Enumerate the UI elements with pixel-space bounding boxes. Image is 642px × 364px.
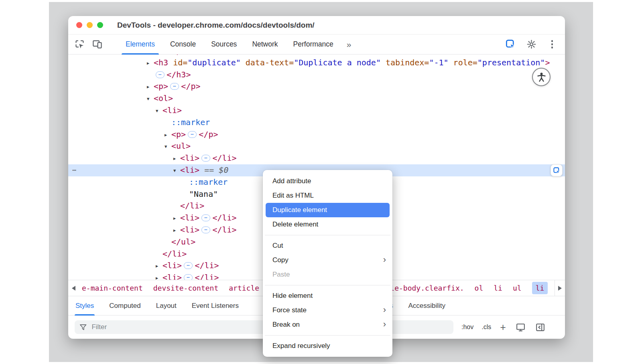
bottom-tab-computed[interactable]: Computed [109, 296, 140, 315]
code-token-tag: <li> [163, 105, 182, 115]
code-token-val: "presentation" [477, 58, 545, 67]
inline-expand-button[interactable]: ⋯ [184, 262, 193, 269]
breadcrumb-item-article[interactable]: article [229, 284, 259, 292]
tab-sources[interactable]: Sources [203, 34, 244, 55]
settings-button[interactable] [525, 38, 538, 51]
dom-row[interactable]: ⋯</h3> [68, 69, 565, 81]
breadcrumb-item-li[interactable]: li [494, 284, 502, 292]
code-token-eq: == [199, 165, 219, 175]
dom-row[interactable]: ▶<li>⋯</li> [68, 152, 565, 164]
expand-arrow-icon[interactable]: ▶ [147, 57, 154, 69]
new-style-rule-button[interactable]: + [500, 322, 506, 332]
bottom-tab-event-listeners[interactable]: Event Listeners [192, 296, 239, 315]
expand-arrow-icon[interactable]: ▶ [173, 212, 180, 224]
code-token-tag: <li> [163, 261, 182, 270]
menu-item-duplicate-element[interactable]: Duplicate element [266, 203, 390, 217]
breadcrumb-next-button[interactable] [555, 280, 565, 296]
context-menu: Add attributeEdit as HTMLDuplicate eleme… [263, 170, 392, 357]
scroll-into-view-button[interactable] [551, 164, 563, 176]
menu-item-break-on[interactable]: Break on› [263, 317, 392, 332]
chevron-right-icon [558, 286, 562, 291]
breadcrumb-item-devsite-content[interactable]: devsite-content [153, 284, 219, 292]
menu-item-label: Cut [272, 242, 283, 250]
menu-item-add-attribute[interactable]: Add attribute [263, 174, 392, 188]
zoom-window-button[interactable] [97, 22, 103, 28]
collapse-arrow-icon[interactable]: ▼ [156, 105, 163, 117]
menu-item-force-state[interactable]: Force state› [263, 303, 392, 317]
menu-item-copy[interactable]: Copy› [263, 253, 392, 267]
expand-arrow-icon[interactable]: ▶ [147, 81, 154, 93]
code-token-tag: </p> [181, 81, 200, 91]
titlebar: DevTools - developer.chrome.com/docs/dev… [68, 16, 565, 34]
dom-row[interactable]: ::marker [68, 117, 565, 129]
inline-expand-button[interactable]: ⋯ [201, 214, 210, 221]
collapse-arrow-icon[interactable]: ▼ [165, 141, 171, 153]
inline-expand-button[interactable]: ⋯ [156, 71, 165, 78]
minimize-window-button[interactable] [87, 22, 93, 28]
toggle-class-button[interactable]: .cls [482, 324, 491, 331]
breadcrumb-item-ol[interactable]: ol [475, 284, 484, 292]
dom-row[interactable]: ▼<ul> [68, 140, 565, 152]
menu-item-hide-element[interactable]: Hide element [263, 289, 392, 303]
code-token-tag: <li> [163, 273, 182, 280]
breadcrumb-prev-button[interactable] [68, 280, 79, 296]
submenu-chevron-icon: › [383, 255, 386, 264]
close-window-button[interactable] [76, 22, 82, 28]
expand-arrow-icon[interactable]: ▶ [156, 260, 163, 272]
expand-arrow-icon[interactable]: ▶ [156, 272, 163, 280]
menu-item-edit-as-html[interactable]: Edit as HTML [263, 188, 392, 203]
code-token-tag: </li> [212, 213, 236, 222]
menu-divider [265, 235, 390, 235]
tab-network[interactable]: Network [244, 34, 285, 55]
code-token-tag: </h3> [167, 70, 191, 79]
submenu-chevron-icon: › [383, 305, 386, 314]
menu-item-expand-recursively[interactable]: Expand recursively [263, 339, 392, 353]
inline-expand-button[interactable]: ⋯ [201, 155, 210, 162]
toggle-sidebar-button[interactable] [535, 322, 545, 332]
scroll-into-view-icon [553, 167, 561, 174]
more-options-button[interactable] [546, 38, 559, 51]
menu-item-delete-element[interactable]: Delete element [263, 217, 392, 232]
bottom-tab-accessibility[interactable]: Accessibility [408, 296, 445, 315]
more-tabs-button[interactable]: » [347, 40, 352, 49]
accessibility-person-icon [536, 72, 547, 83]
sidebar-toggle-icon [535, 322, 545, 332]
breadcrumb-item-li-selected[interactable]: li [532, 282, 548, 294]
bottom-tab-styles[interactable]: Styles [75, 296, 94, 315]
dom-row[interactable]: ▼<ol> [68, 93, 565, 105]
inspect-element-button[interactable] [73, 38, 86, 51]
collapse-arrow-icon[interactable]: ▼ [173, 165, 180, 177]
expand-arrow-icon[interactable]: ▶ [165, 129, 171, 141]
tab-performance[interactable]: Performance [286, 34, 341, 55]
menu-item-cut[interactable]: Cut [263, 239, 392, 253]
dom-row[interactable]: ▶<p>⋯</p> [68, 81, 565, 93]
inline-expand-button[interactable]: ⋯ [170, 83, 179, 90]
accessibility-shortcut-button[interactable] [532, 68, 551, 86]
device-toolbar-button[interactable] [91, 38, 104, 51]
menu-item-collapse-children[interactable]: Collapse children [263, 353, 392, 357]
inline-expand-button[interactable]: ⋯ [201, 226, 210, 233]
dom-row[interactable]: ▼<li> [68, 105, 565, 117]
breadcrumb-item-e-main-content[interactable]: e-main-content [82, 284, 143, 292]
menu-item-label: Collapse children [272, 356, 325, 357]
tab-console[interactable]: Console [163, 34, 203, 55]
bottom-tab-layout[interactable]: Layout [156, 296, 177, 315]
inline-expand-button[interactable]: ⋯ [184, 274, 193, 280]
row-actions-dots-icon[interactable]: ⋯ [72, 164, 77, 176]
expand-arrow-icon[interactable]: ▶ [173, 224, 180, 237]
chevron-left-icon [72, 286, 75, 291]
collapse-arrow-icon[interactable]: ▼ [147, 93, 154, 105]
expand-arrow-icon[interactable]: ▶ [173, 153, 180, 165]
dom-row[interactable]: ▶<h3 id="duplicate" data-text="Duplicate… [68, 57, 565, 69]
tab-elements[interactable]: Elements [118, 34, 163, 55]
code-token-tag: </p> [199, 129, 218, 139]
element-picker-badge-button[interactable] [504, 38, 517, 51]
rendering-emulation-button[interactable] [516, 322, 526, 332]
code-token-text: "Nana" [189, 189, 218, 199]
toggle-hover-state-button[interactable]: :hov [461, 324, 473, 331]
breadcrumb-item-ul[interactable]: ul [513, 284, 522, 292]
inline-expand-button[interactable]: ⋯ [188, 131, 197, 138]
code-token-val: "Duplicate a node" [294, 58, 381, 67]
dom-row[interactable]: ▶<p>⋯</p> [68, 129, 565, 141]
menu-item-label: Duplicate element [272, 206, 327, 214]
